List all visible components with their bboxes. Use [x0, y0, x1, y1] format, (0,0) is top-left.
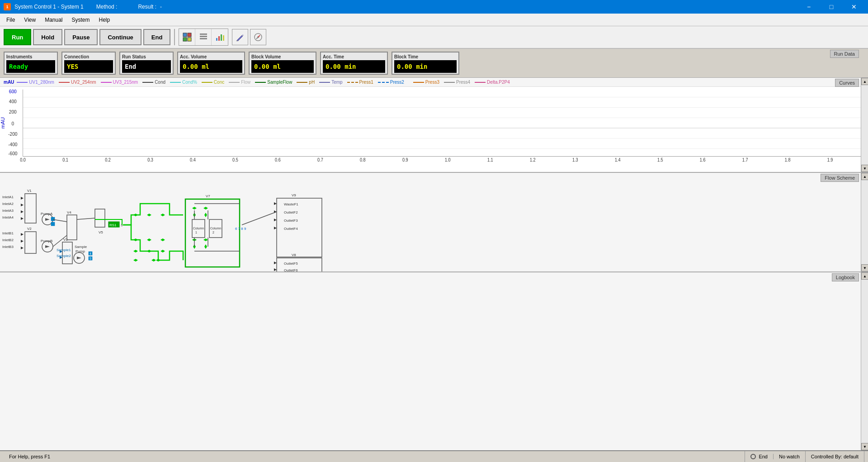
logbook-scrollbar[interactable]: ▲ ▼ — [861, 272, 868, 450]
legend-line-conc — [202, 82, 212, 83]
menu-manual[interactable]: Manual — [40, 15, 67, 25]
legend-label-press1: Press1 — [359, 80, 373, 85]
close-button[interactable]: ✕ — [844, 0, 864, 14]
svg-marker-106 — [133, 214, 138, 216]
svg-rect-10 — [223, 35, 224, 41]
svg-line-95 — [53, 219, 67, 222]
chart-panel-label: Curves — [835, 79, 859, 87]
legend-press3: Press3 — [413, 80, 439, 85]
acc-time-label: Acc. Time — [323, 53, 385, 60]
svg-text:InletB3: InletB3 — [2, 245, 14, 249]
compass-icon-button[interactable] — [250, 29, 266, 45]
chart-scroll-track[interactable] — [861, 85, 868, 165]
legend-line-uv3 — [101, 82, 112, 83]
svg-text:V7: V7 — [206, 194, 210, 198]
flow-scroll-down[interactable]: ▼ — [861, 264, 868, 271]
svg-text:-200: -200 — [8, 131, 17, 137]
end-button[interactable]: End — [143, 29, 171, 45]
menu-file[interactable]: File — [2, 15, 19, 25]
svg-marker-144 — [274, 219, 277, 221]
svg-text:Column: Column — [193, 227, 204, 230]
maximize-button[interactable]: □ — [821, 0, 842, 14]
legend-label-condpct: Cond% — [182, 80, 197, 85]
pen-icon-button[interactable] — [232, 29, 248, 45]
svg-marker-116 — [192, 207, 197, 210]
flow-scrollbar[interactable]: ▲ ▼ — [861, 173, 868, 271]
flow-diagram: InletA1 InletA2 InletA3 InletA4 V1 PumpA… — [0, 181, 362, 271]
pause-button[interactable]: Pause — [64, 29, 98, 45]
titlebar: 1 System Control 1 - System 1 Method : R… — [0, 0, 868, 14]
run-status-value: End — [122, 60, 171, 73]
chart-scroll-up[interactable]: ▲ — [861, 78, 868, 85]
svg-rect-147 — [277, 258, 322, 271]
svg-rect-97 — [95, 209, 105, 227]
svg-marker-78 — [45, 245, 50, 248]
block-volume-label: Block Volume — [251, 53, 314, 60]
connection-label: Connection — [64, 53, 113, 60]
logbook-scroll-up[interactable]: ▲ — [861, 272, 868, 280]
instruments-label: Instruments — [6, 53, 55, 60]
legend-delta: Delta.P2P4 — [475, 80, 510, 85]
run-status-block: Run Status End — [119, 52, 174, 75]
svg-text:0.2: 0.2 — [105, 157, 111, 162]
svg-rect-7 — [216, 38, 217, 41]
result-label: Result : — [138, 4, 156, 10]
svg-marker-104 — [147, 238, 151, 241]
legend-label-press3: Press3 — [425, 80, 439, 85]
svg-rect-4 — [200, 33, 207, 35]
svg-text:4: 4 — [90, 252, 91, 255]
logbook-label: Logbook — [832, 273, 859, 281]
chart-scroll-down[interactable]: ▼ — [861, 165, 868, 172]
main-content: Run Data Instruments Ready Connection YE… — [0, 49, 868, 450]
legend-label-conc: Conc — [214, 80, 224, 85]
chart-scrollbar[interactable]: ▲ ▼ — [861, 78, 868, 172]
list-icon-button[interactable] — [195, 29, 212, 45]
legend-line-press2 — [378, 82, 389, 83]
menu-help[interactable]: Help — [94, 15, 115, 25]
svg-text:Sample: Sample — [75, 245, 87, 249]
chart-plot-area: 600 400 200 0 -200 -400 -600 0.0 0.1 — [0, 87, 868, 162]
svg-text:0.8: 0.8 — [360, 157, 366, 162]
menu-view[interactable]: View — [19, 15, 40, 25]
logbook-scroll-down[interactable]: ▼ — [861, 443, 868, 450]
menu-system[interactable]: System — [67, 15, 94, 25]
flow-scroll-track[interactable] — [861, 180, 868, 264]
svg-text:1.1: 1.1 — [487, 157, 493, 162]
chart-icon-button[interactable] — [212, 29, 228, 45]
svg-marker-111 — [160, 250, 165, 252]
svg-text:0.6: 0.6 — [275, 157, 281, 162]
toolbar: Run Hold Pause Continue End — [0, 26, 868, 49]
legend-press1: Press1 — [347, 80, 373, 85]
svg-text:1.2: 1.2 — [530, 157, 536, 162]
statusbar-nowatch: No watch — [774, 451, 806, 462]
block-time-label: Block Time — [394, 53, 457, 60]
legend-label-ph: pH — [309, 80, 315, 85]
grid-icon-button[interactable] — [179, 29, 195, 45]
svg-text:OutletF6: OutletF6 — [284, 268, 298, 271]
svg-text:0.9: 0.9 — [402, 157, 408, 162]
svg-marker-107 — [147, 214, 151, 216]
toolbar-separator — [174, 29, 175, 45]
svg-marker-63 — [45, 218, 50, 221]
minimize-button[interactable]: − — [798, 0, 819, 14]
svg-marker-121 — [203, 238, 208, 241]
flow-scroll-up[interactable]: ▲ — [861, 173, 868, 180]
run-button[interactable]: Run — [4, 29, 31, 45]
svg-text:RS1: RS1 — [109, 223, 117, 227]
svg-rect-94 — [67, 215, 77, 240]
block-time-block: Block Time 0.00 min — [392, 52, 459, 75]
block-volume-block: Block Volume 0.00 ml — [249, 52, 316, 75]
svg-text:6 7 8 9: 6 7 8 9 — [235, 227, 246, 231]
continue-button[interactable]: Continue — [99, 29, 141, 45]
logbook-scroll-track[interactable] — [861, 280, 868, 443]
acc-time-value: 0.00 min — [323, 60, 385, 73]
acc-volume-block: Acc. Volume 0.00 ml — [177, 52, 245, 75]
svg-text:0.0: 0.0 — [20, 157, 26, 162]
svg-rect-1 — [188, 33, 191, 37]
svg-text:600: 600 — [9, 88, 17, 94]
svg-text:mAU: mAU — [0, 117, 5, 129]
svg-rect-9 — [221, 34, 222, 41]
svg-marker-150 — [274, 262, 277, 264]
hold-button[interactable]: Hold — [33, 29, 62, 45]
toolbar-icon-group — [179, 29, 228, 46]
